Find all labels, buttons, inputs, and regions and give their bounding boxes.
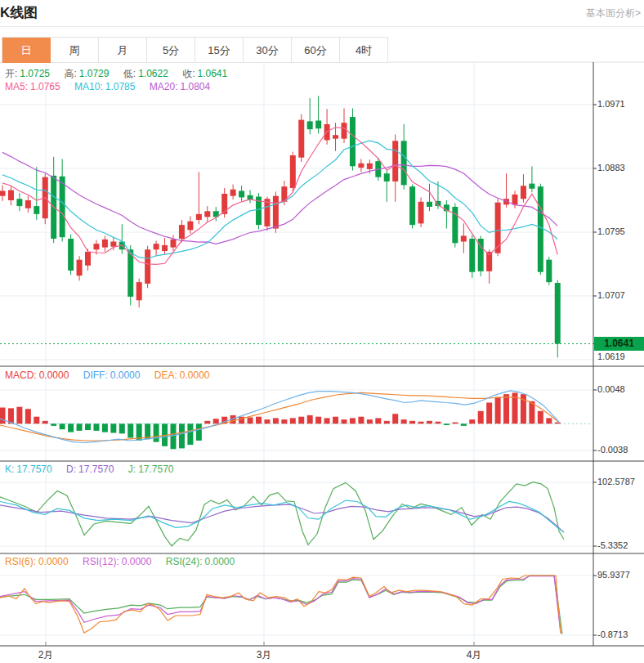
kline-page: K线图 基本面分析> 日 周 月 5分 15分 30分 60分 4时 开:1.0… — [0, 0, 644, 663]
ma5-label: MA5: — [5, 81, 28, 92]
j-label: J: — [128, 464, 136, 475]
ma20-label: MA20: — [150, 81, 178, 92]
ma10-label: MA10: — [74, 81, 103, 92]
diff-label: DIFF: — [83, 370, 108, 381]
x-axis-label-feb: 2月 — [34, 648, 58, 662]
high-value: 1.0729 — [79, 68, 110, 79]
macd-axis-tick-1: 0.0048 — [597, 384, 625, 394]
rsi-legend: RSI(6):0.0000 RSI(12):0.0000 RSI(24):0.0… — [5, 556, 237, 567]
x-axis-label-apr: 4月 — [462, 648, 486, 662]
page-title: K线图 — [0, 3, 38, 22]
fundamental-analysis-link[interactable]: 基本面分析> — [586, 7, 641, 20]
current-price-badge: 1.0641 — [594, 337, 644, 351]
high-label: 高: — [64, 68, 76, 79]
rsi6-value: 0.0000 — [38, 556, 69, 567]
open-label: 开: — [5, 68, 17, 79]
tab-day[interactable]: 日 — [2, 38, 51, 63]
d-label: D: — [66, 464, 76, 475]
interval-tabbar: 日 周 月 5分 15分 30分 60分 4时 — [2, 37, 388, 63]
kdj-legend: K:17.7570 D:17.7570 J:17.7570 — [5, 464, 177, 475]
rsi6-label: RSI(6): — [5, 556, 36, 567]
macd-value: 0.0000 — [39, 370, 69, 381]
main-axis-tick-1: 1.0971 — [597, 99, 625, 109]
rsi-axis-tick-1: 95.9377 — [597, 570, 630, 580]
main-axis-floor: 1.0619 — [597, 352, 625, 361]
tab-week[interactable]: 周 — [51, 38, 99, 63]
macd-legend: MACD:0.0000 DIFF:0.0000 DEA:0.0000 — [5, 370, 212, 381]
tab-30min[interactable]: 30分 — [244, 38, 292, 63]
x-axis-label-mar: 3月 — [252, 648, 276, 662]
close-value: 1.0641 — [198, 68, 228, 79]
close-label: 收: — [182, 68, 195, 79]
rsi12-value: 0.0000 — [122, 556, 152, 567]
k-label: K: — [5, 464, 14, 475]
ohlc-legend: 开:1.0725 高:1.0729 低:1.0622 收:1.0641 — [5, 67, 230, 81]
rsi24-label: RSI(24): — [166, 556, 203, 567]
rsi12-label: RSI(12): — [83, 556, 119, 567]
rsi-axis-tick-2: -0.8713 — [597, 629, 628, 639]
rsi24-value: 0.0000 — [204, 556, 235, 567]
tab-month[interactable]: 月 — [99, 38, 147, 63]
d-value: 17.7570 — [78, 464, 114, 475]
dea-value: 0.0000 — [180, 370, 210, 381]
ma-legend: MA5:1.0765 MA10:1.0785 MA20:1.0804 — [5, 81, 212, 92]
ma10-value: 1.0785 — [105, 81, 136, 92]
main-axis-tick-2: 1.0883 — [597, 163, 625, 172]
macd-label: MACD: — [5, 370, 37, 381]
low-value: 1.0622 — [138, 68, 168, 79]
open-value: 1.0725 — [20, 68, 50, 79]
k-value: 17.7570 — [16, 464, 51, 475]
low-label: 低: — [123, 68, 136, 79]
dea-label: DEA: — [154, 370, 177, 381]
tab-5min[interactable]: 5分 — [147, 38, 195, 63]
ma20-value: 1.0804 — [180, 81, 210, 92]
tab-60min[interactable]: 60分 — [292, 38, 340, 63]
kdj-axis-tick-2: -5.3352 — [597, 540, 628, 550]
tab-4hour[interactable]: 4时 — [340, 38, 388, 63]
header-divider — [0, 26, 644, 27]
j-value: 17.7570 — [138, 464, 173, 475]
ma5-value: 1.0765 — [30, 81, 60, 92]
diff-value: 0.0000 — [110, 370, 141, 381]
macd-axis-tick-2: -0.0038 — [597, 445, 628, 455]
main-axis-tick-3: 1.0795 — [597, 226, 625, 236]
main-axis-tick-4: 1.0707 — [597, 290, 625, 300]
kdj-axis-tick-1: 102.5787 — [597, 477, 635, 486]
tab-15min[interactable]: 15分 — [195, 38, 244, 63]
